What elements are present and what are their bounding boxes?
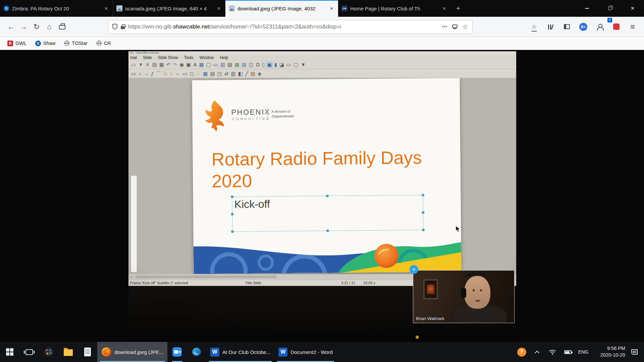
new-tab-button[interactable]: + [451,0,466,17]
extension-badge: 0 [607,18,612,22]
library-button[interactable] [544,20,557,33]
tab-close-icon[interactable]: ✕ [441,5,447,12]
tab-rotary-home[interactable]: CR Home Page | Rotary Club of Th ✕ [338,0,451,17]
tray-expand-button[interactable] [529,342,545,362]
taskbar-firefox-window[interactable]: download.jpeg (JPE... [97,342,167,362]
toolbar-icon: → [144,71,149,76]
bookmark-shaw[interactable]: S Shaw [33,39,57,48]
window-close-button[interactable]: ✕ [621,0,644,17]
status-selection-text: Frame 'Kick-off' 'Subtitle 2' selected [130,281,188,285]
toolbar-icon: ▣ [267,62,272,67]
toolbar-icon: ▤ [210,71,215,76]
slide-title: Rotary Radio Family Days 2020 [211,146,443,192]
selected-subtitle-textbox: Kick-off [232,195,424,232]
toolbar-icon: ▨ [251,71,255,76]
toolbar-icon: ▼ [301,62,306,67]
start-button[interactable] [0,342,19,362]
extension-icon [613,23,620,30]
lock-icon[interactable] [121,26,125,29]
toolbar-icon: ▯ [262,62,265,67]
shaw-favicon-icon: S [35,41,41,46]
toolbar-icon: ▦ [199,62,204,67]
pocket-icon[interactable] [452,24,458,29]
toolbar-icon: ╱ [245,71,248,76]
tab-close-icon[interactable]: ✕ [328,5,335,12]
app-menu-button[interactable]: ≡ [626,20,639,33]
bookmarks-menu-button[interactable]: ☆ [527,20,541,33]
get-help-button[interactable]: ? [514,342,529,362]
toolbar-icon: ◳ [217,71,222,76]
back-button[interactable]: ← [5,20,17,33]
bookmark-label: Shaw [43,41,55,46]
slide-footer-wave-graphic [194,238,462,274]
bookmark-cr[interactable]: CR [94,39,113,47]
network-button[interactable] [545,342,560,362]
window-restore-button[interactable] [598,0,621,17]
language-button[interactable]: ENG [576,342,591,362]
cr-favicon-icon: CR [341,5,347,11]
forward-button[interactable]: → [17,20,30,33]
toolbar-icon: ▩ [234,62,239,67]
scrollbar-thumb [136,276,277,278]
print-button[interactable] [56,20,68,33]
paint-app-button[interactable] [39,342,58,362]
shaw-favicon-icon: S [3,5,9,11]
task-view-button[interactable] [19,342,39,362]
impress-menu-item: Help [220,55,228,60]
participant-name-label: Brian Walmark [416,316,444,321]
url-text[interactable]: https://wm-no.glb.shawcable.net/service/… [128,23,442,30]
word-icon: W [278,348,287,357]
account-extension-button[interactable]: B+ [577,20,590,33]
edge-icon [192,347,201,357]
address-bar[interactable]: https://wm-no.glb.shawcable.net/service/… [108,20,473,34]
wifi-icon [549,349,556,355]
toolbar-icon: ▧ [227,62,232,67]
word-icon: W [210,348,219,357]
bookmark-tostar[interactable]: TOStar [62,39,89,47]
tab-download-active[interactable]: download.jpeg (JPEG Image, 4032 ✕ [225,0,338,17]
tab-title: Home Page | Rotary Club of Th [350,6,438,11]
tab-close-icon[interactable]: ✕ [103,5,109,12]
bookmark-gwl[interactable]: B GWL [5,39,29,48]
sidebar-toggle-button[interactable] [560,20,574,33]
tab-close-icon[interactable]: ✕ [216,5,222,12]
language-label: ENG [578,349,588,355]
globe-icon [64,41,69,46]
tracking-shield-icon[interactable] [112,24,117,29]
video-app-icon [172,347,182,357]
taskbar-edge-button[interactable] [187,342,206,362]
meeting-plus-button: + [410,265,418,274]
battery-button[interactable] [560,342,576,362]
toolbar-icon: ▢ [206,62,211,67]
bookmarks-star-icon: ☆ [531,23,537,31]
photo-of-screen[interactable]: btx - LibreOffice Impress matSlideSlide … [128,51,516,342]
tab-ocanada[interactable]: ocanada.jpeg (JPEG Image, 640 × 4 ✕ [113,0,225,17]
home-button[interactable]: ⌂ [43,20,56,33]
taskbar-word-window-1[interactable]: W At Our Club Octobe... [206,342,274,362]
window-minimize-button[interactable] [576,0,598,17]
adblock-extension-button[interactable]: 0 [609,20,623,33]
action-center-button[interactable] [627,342,642,362]
reload-button[interactable]: ↻ [30,20,43,33]
navigation-toolbar: ← → ↻ ⌂ https://wm-no.glb.shawcable.net/… [0,17,644,37]
page-actions-icon[interactable]: ••• [442,24,447,29]
webcam-overlay: Brian Walmark [413,270,515,323]
bookmarks-toolbar: B GWL S Shaw TOStar CR [0,37,644,50]
file-explorer-button[interactable] [58,342,78,362]
impress-menu-item: Slide [143,55,152,60]
notepad-button[interactable] [78,342,97,362]
system-tray: ? ENG 9:56 PM 2020-10-20 [514,342,644,362]
taskbar-blue-app-button[interactable] [167,342,187,362]
chevron-up-icon [535,350,539,355]
tab-zimbra[interactable]: S Zimbra: PA Rotary Oct 20 ✕ [0,0,113,17]
impress-menu-item: Tools [184,55,194,60]
profile-button[interactable] [593,20,606,33]
taskbar-word-window-2[interactable]: W Document2 - Word [274,342,337,362]
bookmark-star-icon[interactable]: ☆ [462,23,468,31]
account-badge-icon: B+ [579,23,587,31]
forward-icon: → [20,22,28,31]
toolbar-icon: ▭ [131,71,136,76]
taskbar-clock[interactable]: 9:56 PM 2020-10-20 [591,342,627,362]
toolbar-icon: ▦ [203,71,208,76]
toolbar-icon: Ω [256,62,260,67]
